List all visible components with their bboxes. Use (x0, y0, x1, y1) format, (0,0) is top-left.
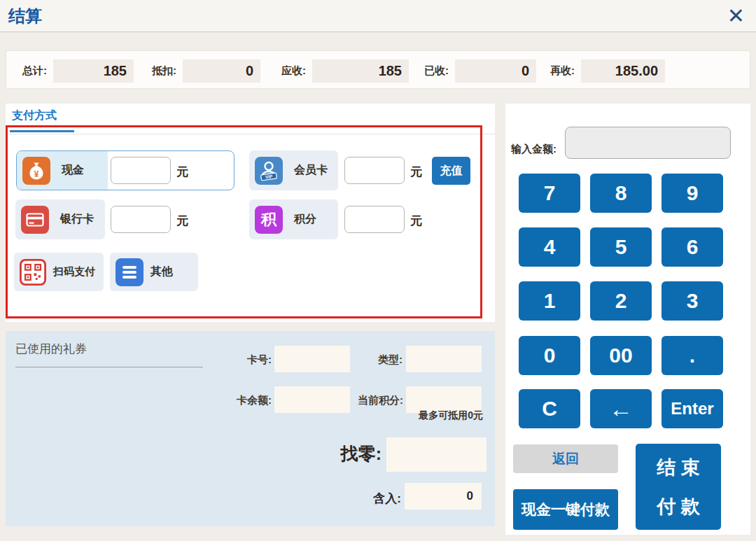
list-icon (115, 258, 144, 286)
member-card-amount-input[interactable] (344, 157, 405, 184)
vip-member-icon: VIP (255, 157, 283, 185)
payment-method-scan-pay[interactable]: 扫码支付 (14, 253, 104, 291)
total-label: 总计: (22, 64, 47, 78)
page-title: 结算 (8, 5, 42, 27)
key-backspace[interactable]: ← (590, 389, 652, 428)
points-unit: 元 (410, 213, 422, 229)
cash-quick-pay-button[interactable]: 现金一键付款 (513, 489, 618, 530)
summary-received: 已收: 0 (424, 59, 536, 83)
payment-method-member-card[interactable]: VIP 会员卡 (249, 150, 338, 190)
card-number-label: 卡号: (216, 353, 272, 367)
key-9[interactable]: 9 (662, 174, 723, 213)
member-card-label: 会员卡 (294, 163, 328, 178)
key-enter[interactable]: Enter (662, 389, 723, 428)
summary-deduction: 抵扣: 0 (152, 59, 260, 83)
change-field (386, 437, 486, 472)
max-deduction-note: 最多可抵用0元 (350, 409, 483, 422)
bank-card-label: 银行卡 (60, 212, 94, 227)
cash-unit: 元 (176, 164, 188, 180)
close-icon[interactable]: ✕ (727, 3, 745, 29)
remaining-value: 185.00 (581, 59, 665, 83)
tab-divider (6, 134, 495, 134)
bank-card-amount-input[interactable] (111, 206, 171, 233)
enter-amount-label: 输入金额: (511, 143, 556, 156)
finish-payment-button[interactable]: 结 束 付 款 (636, 444, 721, 530)
bank-card-icon (21, 206, 49, 234)
card-balance-label: 卡余额: (202, 394, 272, 407)
recharge-button[interactable]: 充值 (432, 157, 470, 185)
svg-text:¥: ¥ (34, 169, 39, 178)
payment-method-other[interactable]: 其他 (110, 253, 198, 291)
summary-receivable: 应收: 185 (281, 59, 409, 83)
change-label: 找零: (318, 442, 382, 465)
cash-label: 现金 (62, 163, 84, 178)
key-0[interactable]: 0 (519, 336, 580, 375)
voucher-title-underline (15, 367, 203, 367)
key-7[interactable]: 7 (519, 174, 580, 213)
member-card-unit: 元 (410, 164, 422, 180)
other-label: 其他 (150, 265, 173, 279)
include-field: 0 (405, 483, 482, 510)
key-4[interactable]: 4 (519, 227, 580, 267)
points-amount-input[interactable] (344, 206, 405, 233)
back-button[interactable]: 返回 (513, 444, 618, 473)
points-icon: 积 (255, 206, 283, 234)
amount-input[interactable] (565, 127, 731, 159)
key-decimal[interactable]: . (662, 336, 723, 375)
deduction-label: 抵扣: (152, 64, 176, 78)
points-label: 积分 (294, 212, 316, 227)
summary-bar: 总计: 185 抵扣: 0 应收: 185 已收: 0 再收: 185.00 (6, 50, 750, 89)
card-type-field (406, 346, 482, 372)
key-5[interactable]: 5 (590, 227, 652, 267)
current-points-label: 当前积分: (329, 394, 403, 407)
card-type-label: 类型: (348, 353, 402, 367)
key-2[interactable]: 2 (590, 281, 652, 321)
key-clear[interactable]: C (519, 389, 580, 428)
key-8[interactable]: 8 (590, 174, 652, 213)
total-value: 185 (53, 59, 134, 83)
scan-pay-label: 扫码支付 (53, 265, 95, 279)
deduction-value: 0 (183, 59, 260, 83)
include-label: 含入: (338, 491, 401, 507)
payment-method-points[interactable]: 积 积分 (249, 199, 338, 239)
card-number-field (274, 346, 350, 372)
summary-total: 总计: 185 (22, 59, 134, 83)
key-1[interactable]: 1 (519, 281, 580, 321)
tab-payment-method[interactable]: 支付方式 (12, 108, 57, 123)
cash-chip[interactable]: ¥ 现金 (17, 151, 108, 190)
settlement-dialog: 结算 ✕ 总计: 185 抵扣: 0 应收: 185 已收: 0 再收: 185… (0, 0, 756, 541)
finish-line1: 结 束 (657, 455, 700, 480)
received-value: 0 (455, 59, 536, 83)
bank-card-unit: 元 (176, 213, 188, 229)
money-bag-icon: ¥ (22, 157, 50, 185)
used-vouchers-title: 已使用的礼券 (15, 341, 87, 357)
finish-line2: 付 款 (657, 494, 700, 519)
remaining-label: 再收: (550, 64, 575, 78)
qr-code-icon (20, 259, 46, 286)
cash-amount-input[interactable] (111, 157, 171, 184)
key-3[interactable]: 3 (662, 281, 723, 321)
received-label: 已收: (424, 64, 449, 78)
dialog-header: 结算 ✕ (0, 0, 756, 32)
key-00[interactable]: 00 (590, 336, 652, 375)
receivable-value: 185 (312, 59, 409, 83)
receivable-label: 应收: (281, 64, 306, 78)
payment-method-bank-card[interactable]: 银行卡 (15, 199, 105, 239)
key-6[interactable]: 6 (662, 227, 723, 267)
tab-active-underline (10, 130, 74, 132)
summary-remaining: 再收: 185.00 (550, 59, 665, 83)
